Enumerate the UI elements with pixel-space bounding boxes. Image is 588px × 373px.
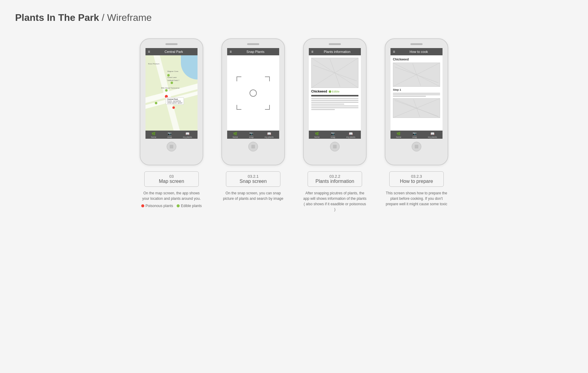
edible-label: Edible — [332, 90, 339, 93]
legend-1: Poisonous plants Edible plants — [141, 204, 202, 208]
nav-snap-label-4: snap — [412, 136, 417, 138]
viewfinder — [237, 76, 270, 110]
plant-name-3: Chickweed — [311, 90, 327, 93]
hamburger-icon-4: ≡ — [393, 50, 395, 54]
screen-label-4: 03.2.3 How to prepare — [389, 171, 444, 187]
nav-plants-4[interactable]: 📖 my plants — [428, 132, 437, 138]
text-line-2 — [311, 100, 358, 101]
text-line-1 — [311, 98, 358, 99]
home-button-4[interactable] — [412, 142, 421, 151]
bottom-nav-2: 🌿 home 📷 snap 📖 my plants — [227, 131, 279, 139]
hamburger-icon-1: ≡ — [148, 50, 150, 54]
legend-label-edible: Edible plants — [181, 204, 202, 208]
nav-snap-3[interactable]: 📷 snap — [331, 132, 335, 138]
screen-label-3: 03.2.2 Plants information — [308, 171, 362, 187]
nav-home-label-1: home — [151, 136, 156, 138]
cook-line-2 — [393, 94, 440, 95]
map-text-5: Softball Field 7 — [167, 79, 179, 81]
book-icon-2: 📖 — [267, 132, 271, 136]
screen-col-1: ≡ Central Park — [137, 38, 206, 212]
nav-snap-4[interactable]: 📷 snap — [412, 132, 417, 138]
app-bar-3: ≡ Plants information — [309, 48, 361, 55]
nav-snap-label-1: snap — [167, 136, 172, 138]
nav-plants-label-3: my plants — [346, 136, 355, 138]
map-bg: 85th Street Transverse Wagner Cove Ross … — [145, 55, 198, 131]
home-icon-1: 🌿 — [152, 132, 156, 136]
screen-desc-1: On the map screen, the app shows your lo… — [140, 190, 203, 201]
camera-icon-1: 📷 — [168, 132, 172, 136]
map-dot-green-2 — [171, 82, 173, 84]
map-popup: Central ParkIconic, sprawlingurban green… — [166, 97, 184, 105]
nav-snap-2[interactable]: 📷 snap — [249, 132, 253, 138]
cook-wireframe-svg-bottom — [393, 99, 440, 118]
map-text-3: Ross Pinetum — [148, 63, 159, 65]
label-name-3: Plants information — [313, 179, 357, 184]
nav-plants-label-1: my plants — [183, 136, 192, 138]
phone-4: ≡ How to cook Chickweed Step 1 — [385, 38, 448, 165]
phone-3: ≡ Plants information Chickweed — [303, 38, 367, 165]
home-button-inner-2 — [251, 145, 255, 148]
nav-home-label-2: home — [233, 136, 238, 138]
phone-screen-2: ≡ Snap Plants 🌿 home — [227, 48, 279, 139]
label-number-1: 03 — [149, 174, 194, 179]
nav-home-2[interactable]: 🌿 home — [233, 132, 238, 138]
book-icon-4: 📖 — [430, 132, 435, 136]
nav-home-3[interactable]: 🌿 home — [314, 132, 320, 138]
label-name-1: Map screen — [149, 179, 194, 184]
home-icon-2: 🌿 — [233, 132, 237, 136]
shutter-circle[interactable] — [250, 89, 257, 97]
screen-label-1: 03 Map screen — [144, 171, 199, 187]
map-container: 85th Street Transverse Wagner Cove Ross … — [145, 55, 198, 131]
nav-plants-1[interactable]: 📖 my plants — [183, 132, 192, 138]
cook-screen: Chickweed Step 1 — [390, 55, 443, 131]
home-button-1[interactable] — [167, 142, 176, 151]
label-name-2: Snap screen — [231, 179, 275, 184]
vf-corner-tr — [265, 76, 270, 81]
nav-snap-label-2: snap — [249, 136, 253, 138]
screen-col-3: ≡ Plants information Chickweed — [300, 38, 370, 212]
app-bar-4: ≡ How to cook — [390, 48, 443, 55]
cook-line-3 — [393, 96, 426, 97]
home-icon-4: 🌿 — [397, 132, 401, 136]
legend-edible: Edible plants — [177, 204, 202, 208]
cook-image-wireframe-bottom — [393, 98, 440, 118]
wireframe-svg — [312, 58, 358, 88]
phone-speaker-1 — [165, 43, 178, 45]
text-line-3 — [311, 102, 358, 103]
nav-plants-3[interactable]: 📖 my plants — [346, 132, 355, 138]
vf-corner-tl — [237, 76, 241, 81]
home-button-2[interactable] — [248, 142, 258, 151]
plant-name-row: Chickweed Edible — [311, 90, 358, 93]
hamburger-icon-3: ≡ — [311, 50, 313, 54]
cook-plant-name: Chickweed — [393, 58, 440, 61]
nav-snap-1[interactable]: 📷 snap — [167, 132, 172, 138]
screen-desc-4: This screen shows how to prepare the pla… — [385, 190, 448, 207]
step-label-1: Step 1 — [393, 88, 440, 91]
map-marker: Central ParkIconic, sprawlingurban green… — [164, 94, 168, 99]
map-dot-red-1 — [172, 106, 175, 109]
text-line-7 — [311, 109, 335, 110]
nav-home-4[interactable]: 🌿 home — [396, 132, 401, 138]
camera-icon-4: 📷 — [413, 132, 417, 136]
bottom-nav-1: 🌿 home 📷 snap 📖 my plants — [145, 131, 198, 139]
screen-col-4: ≡ How to cook Chickweed Step 1 — [382, 38, 451, 212]
nav-home-1[interactable]: 🌿 home — [151, 132, 156, 138]
cook-wireframe-svg-top — [393, 63, 440, 86]
legend-dot-red — [141, 204, 144, 207]
nav-plants-2[interactable]: 📖 my plants — [265, 132, 274, 138]
book-icon-3: 📖 — [349, 132, 353, 136]
home-button-inner-3 — [333, 145, 337, 148]
nav-home-label-4: home — [396, 136, 401, 138]
vf-corner-bl — [237, 105, 241, 110]
label-number-4: 03.2.3 — [394, 174, 439, 179]
bottom-nav-4: 🌿 home 📷 snap 📖 my plants — [390, 131, 443, 139]
bar-title-2: Snap Plants — [234, 50, 277, 54]
camera-icon-2: 📷 — [249, 132, 253, 136]
nav-home-label-3: home — [314, 136, 320, 138]
hamburger-icon-2: ≡ — [230, 50, 232, 54]
home-button-inner-1 — [170, 145, 173, 148]
home-button-3[interactable] — [330, 142, 340, 151]
screens-row: ≡ Central Park — [15, 38, 573, 212]
screen-desc-3: After snapping picutres of plants, the a… — [303, 190, 367, 212]
dark-progress-bar — [311, 95, 358, 96]
